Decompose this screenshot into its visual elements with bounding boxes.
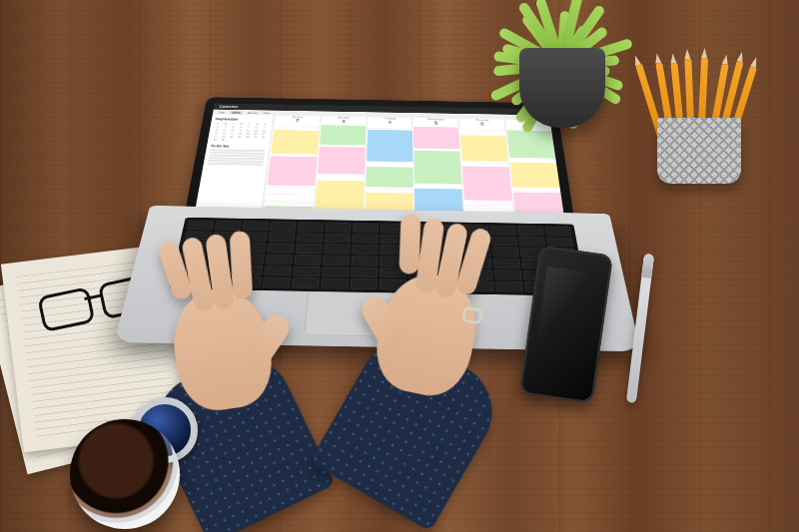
- calendar-event[interactable]: [271, 130, 319, 154]
- desk-scene: Calendar Day Week Month Year September S…: [0, 0, 799, 532]
- coffee-cup: [70, 419, 180, 529]
- ring: [461, 306, 483, 325]
- calendar-event[interactable]: [267, 157, 317, 187]
- todo-list: [207, 149, 265, 165]
- left-hand: [167, 283, 278, 415]
- app-title: Calendar: [219, 105, 239, 109]
- view-month[interactable]: Month: [248, 111, 258, 114]
- calendar-event[interactable]: [413, 127, 459, 149]
- calendar-event[interactable]: [462, 166, 512, 201]
- pencil-holder: [639, 60, 749, 180]
- view-week[interactable]: Week: [230, 111, 243, 114]
- calendar-event[interactable]: [367, 130, 412, 163]
- calendar-event[interactable]: [318, 147, 366, 174]
- calendar-event[interactable]: [366, 167, 413, 189]
- view-year[interactable]: Year: [263, 111, 271, 114]
- calendar-event[interactable]: [506, 130, 555, 158]
- calendar-event[interactable]: [414, 151, 462, 185]
- calendar-event[interactable]: [510, 163, 560, 189]
- mini-calendar[interactable]: SMTWTFS123456789101112131415161718192021…: [212, 123, 269, 143]
- calendar-event[interactable]: [460, 136, 508, 163]
- month-label: September: [215, 117, 269, 122]
- calendar-event[interactable]: [320, 125, 366, 145]
- plant: [489, 0, 629, 120]
- view-day[interactable]: Day: [218, 111, 225, 114]
- todo-header: To-do list: [210, 145, 266, 149]
